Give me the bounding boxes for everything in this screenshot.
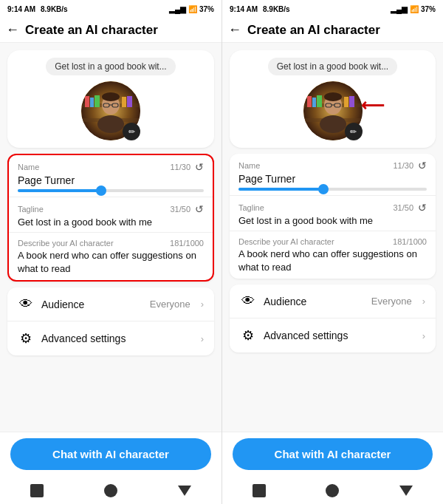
- svg-rect-20: [344, 97, 348, 107]
- wifi-right: 📶: [410, 5, 419, 13]
- edit-avatar-btn-left[interactable]: ✏: [123, 123, 140, 140]
- chat-button-right[interactable]: Chat with AI character: [233, 438, 433, 470]
- form-card-right: Name 11/30 ↺ Page Turner: [230, 154, 436, 279]
- tagline-counter-left: 31/50: [170, 205, 190, 214]
- page-title-left: Create an AI character: [25, 23, 158, 38]
- battery-right: 37%: [421, 5, 436, 13]
- tagline-field-left[interactable]: Tagline 31/50 ↺ Get lost in a good book …: [9, 197, 213, 232]
- battery-left: 37%: [199, 5, 214, 13]
- description-field-left[interactable]: Describe your AI character 181/1000 A bo…: [9, 232, 213, 280]
- description-label-left: Describe your AI character: [18, 239, 114, 248]
- name-refresh-left[interactable]: ↺: [195, 161, 204, 173]
- svg-rect-6: [122, 97, 126, 107]
- avatar-wrapper-left[interactable]: ✏: [81, 81, 140, 140]
- name-label-right: Name: [238, 161, 260, 170]
- audience-item-right[interactable]: 👁 Audience Everyone ›: [230, 285, 436, 318]
- edit-avatar-btn-right[interactable]: ✏: [345, 123, 363, 140]
- slider-right[interactable]: [238, 188, 427, 191]
- audience-value-left: Everyone: [150, 299, 190, 310]
- tagline-value-right[interactable]: Get lost in a good book with me: [238, 215, 373, 226]
- name-refresh-right[interactable]: ↺: [418, 160, 427, 171]
- svg-point-12: [102, 92, 120, 101]
- right-panel: 9:14 AM 8.9KB/s ▂▄▆ 📶 37% ← Create an AI…: [222, 0, 443, 504]
- advanced-chevron-right: ›: [422, 330, 425, 341]
- tagline-refresh-left[interactable]: ↺: [195, 203, 204, 215]
- network-right: 8.9KB/s: [263, 5, 290, 13]
- audience-item-left[interactable]: 👁 Audience Everyone ›: [7, 287, 214, 321]
- settings-card-left: 👁 Audience Everyone › ⚙ Advanced setting…: [7, 287, 214, 355]
- status-time-right: 9:14 AM 8.9KB/s: [230, 5, 290, 13]
- audience-value-right: Everyone: [371, 296, 412, 307]
- svg-point-27: [320, 115, 346, 133]
- back-button-right[interactable]: ←: [228, 22, 241, 38]
- advanced-item-left[interactable]: ⚙ Advanced settings ›: [7, 321, 214, 355]
- svg-point-26: [324, 92, 342, 101]
- nav-circle-right[interactable]: [326, 484, 339, 497]
- svg-rect-3: [85, 96, 89, 107]
- tagline-value-left[interactable]: Get lost in a good book with me: [18, 217, 152, 228]
- time-right: 9:14 AM: [230, 5, 258, 13]
- header-right: ← Create an AI character: [222, 18, 443, 43]
- name-counter-right: 11/30: [393, 161, 413, 170]
- status-icons-left: ▂▄▆ 📶 37%: [169, 5, 214, 13]
- description-value-right[interactable]: A book nerd who can offer suggestions on…: [238, 248, 427, 274]
- audience-label-right: Audience: [264, 296, 364, 307]
- tagline-field-right[interactable]: Tagline 31/50 ↺ Get lost in a good book …: [230, 195, 436, 231]
- nav-circle-left[interactable]: [104, 484, 117, 497]
- description-value-left[interactable]: A book nerd who can offer suggestions on…: [18, 249, 204, 276]
- nav-triangle-left[interactable]: [178, 486, 191, 496]
- audience-label-left: Audience: [41, 299, 142, 310]
- description-counter-right: 181/1000: [393, 237, 427, 246]
- advanced-label-right: Advanced settings: [264, 330, 415, 341]
- name-label-left: Name: [18, 163, 39, 171]
- advanced-item-right[interactable]: ⚙ Advanced settings ›: [230, 318, 436, 353]
- left-panel: 9:14 AM 8.9KB/s ▂▄▆ 📶 37% ← Create an AI…: [0, 0, 222, 504]
- name-field-left[interactable]: Name 11/30 ↺ Page Turner: [9, 155, 213, 197]
- signal-left: ▂▄▆: [169, 5, 186, 13]
- character-card-right: Get lost in a good book wit...: [230, 50, 436, 148]
- svg-rect-17: [307, 96, 312, 107]
- nav-triangle-right[interactable]: [399, 486, 413, 496]
- advanced-icon-right: ⚙: [240, 327, 256, 344]
- character-card-left: Get lost in a good book wit...: [7, 50, 214, 148]
- name-value-right[interactable]: Page Turner: [238, 173, 295, 185]
- tagline-label-left: Tagline: [18, 205, 44, 214]
- bottom-bar-right: Chat with AI character: [222, 432, 443, 480]
- avatar-wrapper-right[interactable]: ✏ ⟵: [303, 81, 363, 140]
- description-label-right: Describe your AI character: [238, 237, 334, 246]
- nav-bar-right: [222, 480, 443, 504]
- status-bar-left: 9:14 AM 8.9KB/s ▂▄▆ 📶 37%: [0, 0, 222, 18]
- name-field-right[interactable]: Name 11/30 ↺ Page Turner: [230, 154, 436, 195]
- time-left: 9:14 AM: [7, 5, 35, 13]
- status-time-left: 9:14 AM 8.9KB/s: [7, 5, 68, 13]
- tagline-bubble-right: Get lost in a good book wit...: [268, 58, 397, 75]
- advanced-chevron-left: ›: [201, 333, 204, 344]
- audience-chevron-left: ›: [201, 299, 204, 310]
- svg-rect-21: [349, 96, 354, 107]
- audience-icon-left: 👁: [18, 296, 34, 312]
- tagline-refresh-right[interactable]: ↺: [418, 202, 427, 214]
- svg-rect-7: [127, 96, 132, 107]
- form-card-left: Name 11/30 ↺ Page Turner: [7, 154, 214, 282]
- advanced-label-left: Advanced settings: [41, 333, 193, 344]
- description-field-right[interactable]: Describe your AI character 181/1000 A bo…: [230, 231, 436, 279]
- content-right: Get lost in a good book wit...: [222, 43, 443, 432]
- red-arrow-indicator: ⟵: [361, 96, 385, 115]
- advanced-icon-left: ⚙: [18, 330, 34, 347]
- svg-rect-19: [317, 95, 322, 107]
- status-icons-right: ▂▄▆ 📶 37%: [391, 5, 436, 13]
- tagline-bubble-left: Get lost in a good book wit...: [46, 58, 175, 75]
- slider-left[interactable]: [18, 189, 204, 192]
- tagline-label-right: Tagline: [238, 203, 264, 212]
- chat-button-left[interactable]: Chat with AI character: [10, 438, 211, 470]
- signal-right: ▂▄▆: [391, 5, 408, 13]
- description-counter-left: 181/1000: [170, 239, 204, 248]
- header-left: ← Create an AI character: [0, 18, 222, 43]
- tagline-counter-right: 31/50: [393, 203, 413, 212]
- nav-square-left[interactable]: [30, 484, 44, 497]
- nav-square-right[interactable]: [253, 484, 266, 497]
- status-bar-right: 9:14 AM 8.9KB/s ▂▄▆ 📶 37%: [222, 0, 443, 18]
- nav-bar-left: [0, 480, 222, 504]
- back-button-left[interactable]: ←: [6, 22, 19, 38]
- name-value-left[interactable]: Page Turner: [18, 174, 75, 186]
